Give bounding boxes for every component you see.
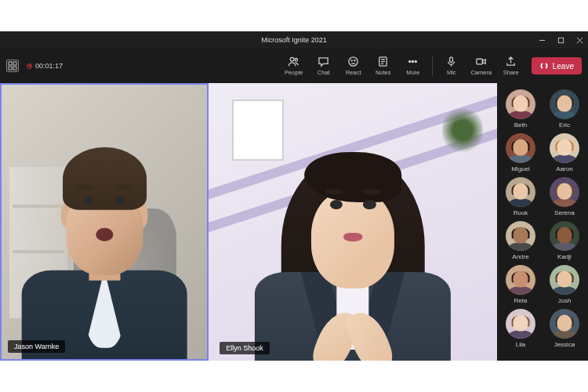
notes-button[interactable]: Notes — [369, 51, 397, 81]
participant-tile[interactable]: Reta — [501, 265, 540, 304]
avatar — [506, 309, 535, 339]
close-icon[interactable] — [575, 36, 583, 44]
chat-icon — [318, 56, 329, 67]
minimize-icon[interactable] — [538, 36, 546, 44]
video-tile-active-speaker[interactable]: Jason Warnke — [0, 83, 209, 361]
svg-point-11 — [351, 60, 352, 61]
video-stage: Jason Warnke Ellyn Shook — [0, 83, 497, 361]
participant-name: Kadji — [557, 253, 572, 260]
video-tile-avatar[interactable]: Ellyn Shook — [209, 83, 497, 361]
svg-point-17 — [409, 60, 411, 62]
participant-name: Lila — [516, 341, 525, 348]
avatar — [550, 133, 579, 163]
teams-meeting-window: Microsoft Ignite 2021 00:01:17 People — [0, 31, 588, 361]
participant-avatar — [238, 111, 468, 361]
participant-tile[interactable]: Kadji — [545, 221, 584, 260]
participant-name: Miguel — [511, 165, 530, 172]
participant-tile[interactable]: Eric — [545, 89, 584, 129]
svg-rect-20 — [450, 57, 453, 63]
avatar — [506, 89, 535, 119]
participant-tile[interactable]: Lila — [501, 309, 540, 348]
participant-name: Aaron — [556, 165, 572, 172]
participant-tile[interactable]: Serena — [545, 177, 584, 216]
avatar — [506, 265, 535, 295]
participant-tile[interactable]: Rook — [501, 177, 540, 216]
participant-tile[interactable]: Josh — [545, 265, 584, 304]
mic-button[interactable]: Mic — [437, 51, 466, 81]
participant-name: Jessica — [554, 341, 575, 348]
name-tag: Ellyn Shook — [220, 342, 270, 354]
leave-icon — [539, 61, 549, 71]
participant-name: Andre — [512, 253, 528, 260]
name-tag: Jason Warnke — [8, 340, 65, 353]
chat-button[interactable]: Chat — [310, 51, 338, 81]
avatar — [550, 221, 579, 251]
participant-name: Beth — [514, 122, 527, 129]
participant-video — [17, 114, 192, 361]
participant-name: Serena — [554, 209, 575, 216]
svg-point-19 — [415, 60, 416, 62]
svg-rect-4 — [9, 62, 12, 65]
react-button[interactable]: React — [339, 51, 368, 81]
svg-point-8 — [291, 57, 295, 61]
svg-point-18 — [412, 60, 414, 62]
avatar — [506, 177, 535, 207]
mic-icon — [445, 56, 457, 67]
svg-rect-6 — [9, 67, 12, 70]
layout-button[interactable] — [6, 60, 19, 72]
participant-tile[interactable]: Jessica — [545, 309, 584, 348]
avatar — [550, 177, 579, 207]
svg-rect-1 — [558, 38, 563, 42]
svg-rect-7 — [13, 67, 16, 70]
avatar — [506, 133, 535, 163]
more-icon — [407, 56, 419, 67]
camera-icon — [475, 56, 487, 67]
titlebar: Microsoft Ignite 2021 — [0, 31, 588, 49]
svg-point-10 — [349, 57, 358, 66]
maximize-icon[interactable] — [557, 36, 564, 44]
react-icon — [347, 56, 359, 67]
toolbar-divider — [432, 56, 433, 76]
svg-point-9 — [295, 58, 297, 60]
participant-name: Rook — [514, 209, 528, 216]
window-title: Microsoft Ignite 2021 — [67, 36, 521, 44]
avatar — [550, 309, 579, 339]
notes-icon — [377, 56, 389, 67]
participant-tile[interactable]: Andre — [501, 221, 540, 260]
avatar — [550, 89, 579, 119]
svg-rect-22 — [477, 59, 483, 64]
participant-roster: BethEricMiguelAaronRookSerenaAndreKadjiR… — [497, 83, 588, 361]
recording-timer: 00:01:17 — [35, 62, 63, 70]
people-button[interactable]: People — [280, 51, 308, 81]
participant-tile[interactable]: Miguel — [501, 133, 540, 172]
avatar — [506, 221, 535, 251]
record-icon — [27, 64, 32, 69]
camera-button[interactable]: Camera — [467, 51, 495, 81]
participant-name: Reta — [514, 297, 528, 304]
participant-name: Eric — [559, 122, 570, 129]
svg-point-12 — [354, 60, 355, 61]
share-icon — [505, 56, 517, 67]
more-button[interactable]: More — [399, 51, 427, 81]
avatar — [550, 265, 579, 295]
svg-rect-5 — [13, 62, 16, 65]
people-icon — [288, 56, 299, 67]
participant-name: Josh — [558, 297, 572, 304]
meeting-toolbar: 00:01:17 People Chat React Notes — [0, 49, 588, 83]
share-button[interactable]: Share — [497, 51, 525, 81]
leave-button[interactable]: Leave — [532, 57, 582, 74]
participant-tile[interactable]: Beth — [501, 89, 540, 129]
participant-tile[interactable]: Aaron — [545, 133, 584, 172]
recording-indicator: 00:01:17 — [27, 62, 63, 70]
